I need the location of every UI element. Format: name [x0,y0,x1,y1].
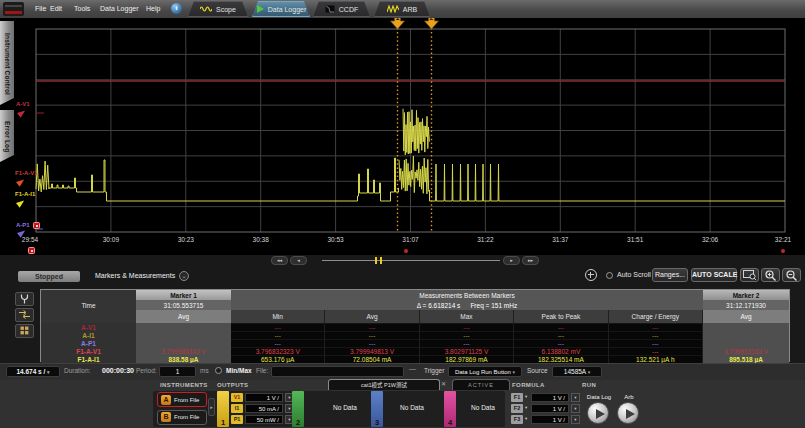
channel-1-v1-scale[interactable]: 1 V / [245,393,283,402]
tab-arb[interactable]: ARB [374,1,430,17]
run-datalog-button[interactable] [587,402,609,424]
sidebar-tab-error-log[interactable]: Error Log [0,110,14,162]
menu-edit[interactable]: Edit [46,0,66,17]
stopped-button[interactable]: Stopped [18,271,80,282]
channel-1-bar[interactable]: 1 [217,391,229,427]
formula-f3-scale[interactable]: 1 V / [531,415,569,424]
auto-scroll-radio[interactable] [606,272,613,279]
channel-3-status: No Data [390,404,434,411]
formula-section-label: FORMULA [512,382,545,388]
scroll-track[interactable] [322,260,500,261]
timescale-dropdown[interactable]: 14.674 s / ▾ [6,366,60,377]
formula-f1-scale-caret[interactable]: ▾ [571,393,580,402]
timeline-alarm-icon [28,247,35,254]
file-label: File: [256,367,268,374]
channel-1-p1-badge[interactable]: P1 [231,415,243,424]
ccdf-icon [325,5,335,13]
sidebar-tab-instrument-control[interactable]: Instrument Control [0,21,14,105]
scroll-far-left-button[interactable]: ◂◂ [271,256,288,265]
timeline-event-dot [404,249,408,253]
table-columns-row: Avg Min Avg Max Peak to Peak Charge / En… [41,310,789,323]
formula-f3-scale-caret[interactable]: ▾ [571,415,580,424]
channel-3-bar[interactable]: 3 [371,391,383,427]
file-input[interactable] [271,366,404,377]
formula-f2-scale[interactable]: 1 V / [531,404,569,413]
auto-scale-button[interactable]: AUTO SCALE [691,268,737,282]
tab-ccdf[interactable]: CCDF [313,1,370,17]
ranges-button[interactable]: Ranges... [652,268,688,282]
formula-f1-badge[interactable]: F1 [511,393,523,402]
marker-arrows-button[interactable] [15,308,34,322]
channel-2-bar[interactable]: 2 [292,391,304,427]
datalog-settings-bar: 14.674 s / ▾ Duration: 000:00:30 Period:… [0,363,805,380]
trace-f1-a-i1 [403,109,429,155]
scroll-handle[interactable] [375,257,382,264]
scroll-right-button[interactable]: ▸ [503,256,520,265]
arrows-icon [19,310,30,319]
period-unit: ms [200,367,209,374]
period-input[interactable]: 1 [159,366,196,377]
table-row-f1-a-i1: F1-A-I1 838.58 µA 653.176 µA 72.08504 mA… [41,355,789,363]
markers-measurements-collapse-icon[interactable]: ⌄ [179,271,189,281]
add-marker-icon[interactable] [585,269,597,281]
x-tick-label: 31:07 [397,236,425,243]
waveform-chart[interactable]: 12 [0,18,805,255]
source-label: Source [527,367,548,374]
info-icon[interactable]: i [171,3,182,14]
trace-f1-a-i1 [48,158,399,201]
formula-f3-badge[interactable]: F3 [511,415,523,424]
measurements-table: Measurements Between Markers Marker 1 Ma… [40,289,790,362]
x-tick-label: 31:22 [471,236,499,243]
zoom-window-button[interactable] [740,268,759,282]
instrument-a-from-file-button[interactable]: A From File [157,392,207,407]
channel-label-a-v1[interactable]: A-V1 [16,101,30,107]
instrument-b-from-file-button[interactable]: B From File [157,410,207,425]
instrument-panel: INSTRUMENTS OUTPUTS FORMULA RUN cat1模式 P… [0,380,805,428]
channel-1-i1-badge[interactable]: I1 [231,404,243,413]
trigger-dropdown[interactable]: Data Log Run Button ▾ [448,366,522,377]
menu-data-logger[interactable]: Data Logger [96,0,143,17]
zoom-in-button[interactable] [761,268,780,282]
channel-1-i1-scale[interactable]: 50 mA / [245,404,283,413]
channel-1-p1-scale[interactable]: 50 mW / [245,415,283,424]
run-arb-button[interactable] [617,402,639,424]
grid-icon [20,326,29,335]
scroll-left-button[interactable]: ◂ [290,256,307,265]
channel-label-f1-a-v1[interactable]: F1-A-V1 [15,170,38,176]
measurement-settings-button[interactable] [15,292,34,306]
tab-scope[interactable]: Scope [188,1,248,17]
formula-f2-caret[interactable]: ▾ [525,405,527,410]
zoom-in-icon [765,270,776,281]
duration-label: Duration: [64,367,90,374]
run-datalog-label: Data Log [584,394,614,400]
menu-help[interactable]: Help [142,0,164,17]
scroll-far-right-button[interactable]: ▸▸ [522,256,539,265]
close-tab-icon[interactable]: ✕ [441,380,446,387]
col-peak-to-peak: Peak to Peak [514,310,608,323]
marker1-time: 31:05.553715 [136,300,231,310]
formula-f1-scale[interactable]: 1 V / [531,393,569,402]
menu-tools[interactable]: Tools [70,0,94,17]
col-marker1-avg: Avg [136,310,231,323]
tab-data-logger[interactable]: Data Logger [252,1,310,17]
run-arb-label: Arb [618,394,640,400]
instruments-expander[interactable]: ▸ [208,398,215,416]
formula-f3-caret[interactable]: ▾ [525,416,527,421]
minmax-radio[interactable] [215,367,222,374]
collapse-panel-button[interactable]: — [409,365,416,372]
datalog-file-tab[interactable]: cat1模式 P1W测试 [328,379,440,390]
trace-f1-a-i1 [399,156,429,194]
formula-f2-scale-caret[interactable]: ▾ [571,404,580,413]
channel-1-v1-badge[interactable]: V1 [231,393,243,402]
period-label: Period: [136,367,157,374]
play-icon [256,5,264,13]
formula-f2-badge[interactable]: F2 [511,404,523,413]
grid-view-button[interactable] [15,324,34,338]
channel-label-f1-a-i1[interactable]: F1-A-I1 [15,191,35,197]
table-row-a-v1: A-V1 --- --- --- --- --- [41,323,789,331]
active-tab[interactable]: ACTIVE [452,379,510,390]
zoom-out-button[interactable] [782,268,801,282]
channel-4-bar[interactable]: 4 [444,391,456,427]
formula-f1-caret[interactable]: ▾ [525,394,527,399]
source-dropdown[interactable]: 14585A ▾ [552,366,602,377]
